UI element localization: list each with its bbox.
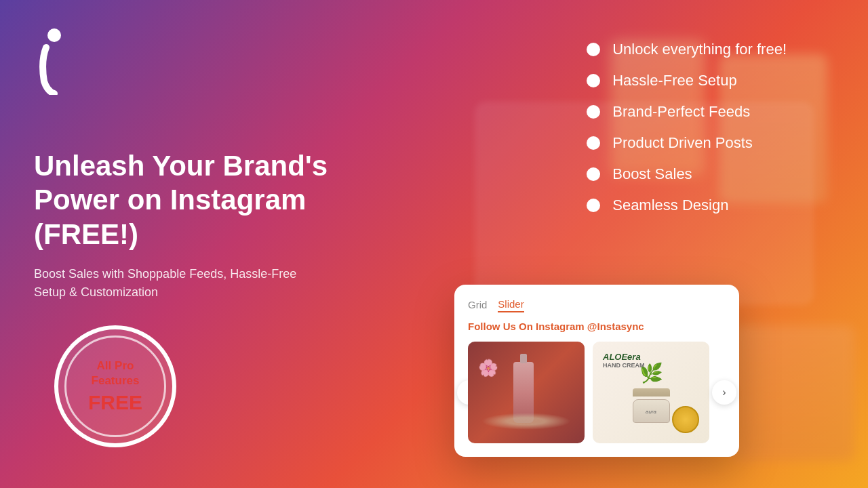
feature-item: Seamless Design: [587, 197, 787, 214]
follow-text: Follow Us On Instagram: [468, 321, 585, 332]
feature-label: Hassle-Free Setup: [612, 72, 736, 89]
feature-dot: [587, 199, 600, 212]
cream-jar-lid: [633, 388, 670, 396]
logo: [34, 27, 75, 98]
feature-label: Boost Sales: [612, 165, 692, 183]
feature-dot: [587, 105, 600, 119]
product-image-1: 🌸: [468, 342, 585, 443]
flower-decoration: 🌸: [478, 359, 498, 378]
feature-label: Brand-Perfect Feeds: [612, 103, 750, 121]
product-1-background: 🌸: [468, 342, 585, 443]
badge-free-label: FREE: [88, 391, 142, 414]
tab-grid[interactable]: Grid: [468, 299, 487, 312]
main-content: Unleash Your Brand's Power on Instagram …: [0, 0, 868, 488]
aloe-label: ALOEera HAND CREAM: [603, 352, 645, 369]
widget-follow-title: Follow Us On Instagram @Instasync: [468, 321, 726, 332]
gold-coin-decoration: [672, 406, 699, 433]
pro-features-badge: All ProFeatures FREE: [54, 325, 176, 447]
product-image-2: ALOEera HAND CREAM 🌿 aura: [593, 342, 709, 443]
feature-item: Product Driven Posts: [587, 134, 787, 152]
feature-label: Unlock everything for free!: [612, 41, 787, 58]
left-section: Unleash Your Brand's Power on Instagram …: [34, 149, 387, 302]
feature-item: Unlock everything for free!: [587, 41, 787, 58]
instagram-handle: @Instasync: [587, 321, 644, 332]
feature-dot: [587, 74, 600, 87]
feature-item: Boost Sales: [587, 165, 787, 183]
feature-dot: [587, 136, 600, 150]
product-2-background: ALOEera HAND CREAM 🌿 aura: [593, 342, 709, 443]
widget-product-images: ‹ 🌸 ALOEera HAND CREAM 🌿: [468, 342, 726, 443]
tab-slider[interactable]: Slider: [498, 298, 524, 312]
features-list: Unlock everything for free! Hassle-Free …: [587, 41, 787, 228]
next-arrow-button[interactable]: ›: [712, 380, 736, 405]
feature-dot: [587, 43, 600, 56]
aloe-product-container: 🌿 aura: [633, 362, 670, 423]
svg-point-0: [47, 28, 61, 42]
badge-label-top: All ProFeatures: [92, 359, 140, 388]
main-headline: Unleash Your Brand's Power on Instagram …: [34, 149, 387, 251]
instagram-widget-card: Grid Slider Follow Us On Instagram @Inst…: [454, 285, 739, 457]
sub-headline: Boost Sales with Shoppable Feeds, Hassle…: [34, 265, 305, 302]
cream-jar: aura: [633, 399, 670, 423]
cream-brand-label: aura: [646, 408, 656, 414]
feature-label: Seamless Design: [612, 197, 728, 214]
feature-label: Product Driven Posts: [612, 134, 753, 152]
widget-tabs: Grid Slider: [468, 298, 726, 312]
feature-item: Brand-Perfect Feeds: [587, 103, 787, 121]
feature-item: Hassle-Free Setup: [587, 72, 787, 89]
badge-inner: All ProFeatures FREE: [64, 336, 166, 437]
feature-dot: [587, 167, 600, 181]
stones-decoration: [481, 413, 571, 430]
